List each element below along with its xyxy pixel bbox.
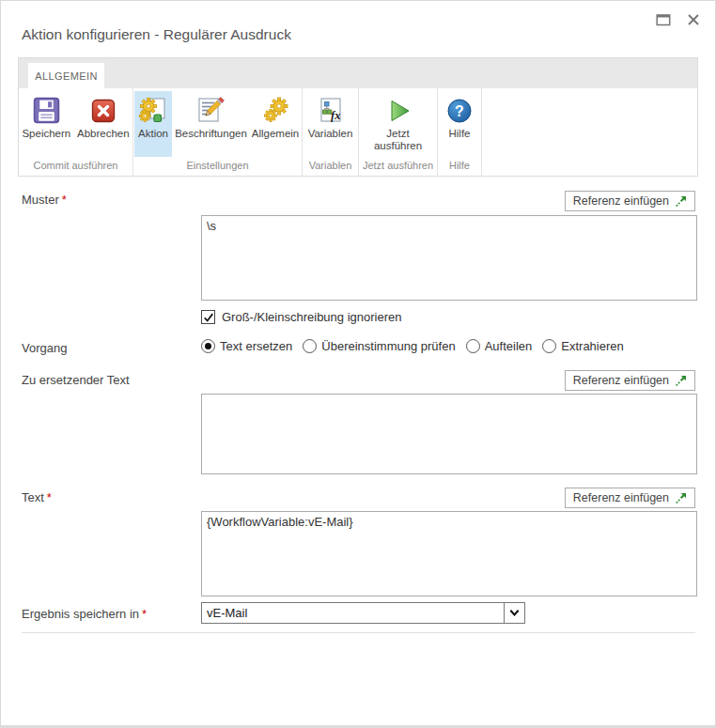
variables-fx-icon: fx: [316, 93, 346, 128]
store-result-label: Ergebnis speichern in*: [22, 607, 147, 621]
required-marker: *: [142, 607, 147, 621]
window-controls: [655, 11, 702, 28]
radio-unselected-icon: [466, 339, 480, 353]
ribbon-group-run-now: Jetzt ausführen Jetzt ausführen: [359, 88, 438, 176]
group-label-settings: Einstellungen: [133, 158, 302, 176]
store-result-value: vE-Mail: [202, 603, 504, 623]
checkbox-checked-icon[interactable]: [201, 310, 215, 324]
ignore-case-label: Groß-/Kleinschreibung ignorieren: [222, 310, 401, 324]
labels-button-label: Beschriftungen: [175, 128, 247, 140]
close-button[interactable]: [685, 11, 702, 28]
insert-reference-label: Referenz einfügen: [573, 374, 669, 387]
cancel-x-icon: [89, 93, 117, 128]
vorgang-radio-group: Text ersetzen Übereinstimmung prüfen Auf…: [201, 339, 624, 353]
help-button[interactable]: ? Hilfe: [441, 91, 478, 142]
ribbon: Speichern Abbrechen: [18, 88, 698, 177]
ribbon-group-help: ? Hilfe Hilfe: [438, 88, 482, 176]
required-marker: *: [62, 193, 67, 207]
group-label-variables: Variablen: [303, 158, 358, 176]
insert-reference-label: Referenz einfügen: [573, 194, 669, 208]
insert-reference-button-text[interactable]: Referenz einfügen: [565, 488, 695, 508]
insert-reference-arrow-icon: [675, 492, 687, 504]
labels-button[interactable]: Beschriftungen: [174, 91, 248, 142]
group-label-commit: Commit ausführen: [19, 158, 132, 176]
ignore-case-checkbox-row[interactable]: Groß-/Kleinschreibung ignorieren: [201, 310, 401, 324]
radio-unselected-icon: [542, 339, 556, 353]
radio-uebereinstimmung-pruefen[interactable]: Übereinstimmung prüfen: [303, 339, 455, 353]
radio-unselected-icon: [303, 339, 317, 353]
tab-allgemein[interactable]: ALLGEMEIN: [28, 63, 104, 88]
ribbon-group-variables: fx Variablen Variablen: [303, 88, 359, 176]
general-gears-icon: [260, 93, 290, 128]
help-button-label: Hilfe: [448, 128, 470, 140]
radio-extrahieren[interactable]: Extrahieren: [542, 339, 623, 353]
replace-target-textarea[interactable]: [201, 394, 697, 474]
text-textarea[interactable]: {WorkflowVariable:vE-Mail}: [201, 511, 697, 596]
variables-button-label: Variablen: [308, 128, 353, 140]
insert-reference-arrow-icon: [675, 375, 687, 387]
radio-text-ersetzen[interactable]: Text ersetzen: [201, 339, 292, 353]
action-gears-page-icon: [138, 93, 168, 128]
maximize-icon: [656, 13, 671, 26]
general-button-label: Allgemein: [252, 128, 300, 140]
labels-pencil-icon: [195, 93, 226, 128]
save-floppy-icon: [32, 93, 61, 128]
group-label-run-now: Jetzt ausführen: [359, 158, 437, 176]
run-now-button-label: Jetzt ausführen: [363, 128, 433, 152]
variables-button[interactable]: fx Variablen: [305, 91, 356, 142]
insert-reference-button-replace-target[interactable]: Referenz einfügen: [565, 370, 695, 391]
general-button[interactable]: Allgemein: [250, 91, 301, 142]
help-icon: ?: [445, 93, 474, 128]
fx-glyph: fx: [331, 109, 340, 122]
insert-reference-button-muster[interactable]: Referenz einfügen: [565, 191, 695, 211]
radio-aufteilen[interactable]: Aufteilen: [466, 339, 533, 353]
save-button-label: Speichern: [22, 128, 70, 140]
cancel-button-label: Abbrechen: [77, 128, 130, 140]
dialog-title: Aktion konfigurieren - Regulärer Ausdruc…: [22, 26, 291, 43]
insert-reference-label: Referenz einfügen: [573, 491, 669, 504]
ribbon-tabstrip: ALLGEMEIN: [18, 57, 698, 88]
radio-selected-icon: [201, 339, 215, 353]
replace-target-label: Zu ersetzender Text: [22, 373, 130, 387]
insert-reference-arrow-icon: [675, 195, 687, 208]
muster-textarea[interactable]: \s: [201, 215, 697, 301]
cancel-button[interactable]: Abbrechen: [75, 91, 132, 142]
close-icon: [687, 13, 700, 26]
action-button[interactable]: Aktion: [134, 91, 172, 157]
section-divider: [22, 632, 695, 633]
run-now-button[interactable]: Jetzt ausführen: [360, 91, 436, 154]
store-result-dropdown[interactable]: vE-Mail: [201, 602, 525, 624]
vorgang-label: Vorgang: [22, 341, 67, 355]
required-marker: *: [47, 490, 52, 504]
question-mark-glyph: ?: [455, 102, 464, 118]
maximize-button[interactable]: [655, 11, 672, 28]
save-button[interactable]: Speichern: [20, 91, 73, 142]
action-button-label: Aktion: [138, 128, 168, 140]
group-label-help: Hilfe: [438, 158, 481, 176]
text-label: Text*: [22, 490, 52, 504]
ribbon-group-commit: Speichern Abbrechen: [19, 88, 133, 176]
run-now-play-icon: [384, 93, 412, 128]
chevron-down-icon: [504, 603, 524, 623]
ribbon-group-settings: Aktion: [133, 88, 303, 176]
muster-label: Muster*: [22, 193, 67, 207]
ribbon-filler: [482, 88, 697, 176]
action-config-dialog: Aktion konfigurieren - Regulärer Ausdruc…: [0, 0, 716, 728]
